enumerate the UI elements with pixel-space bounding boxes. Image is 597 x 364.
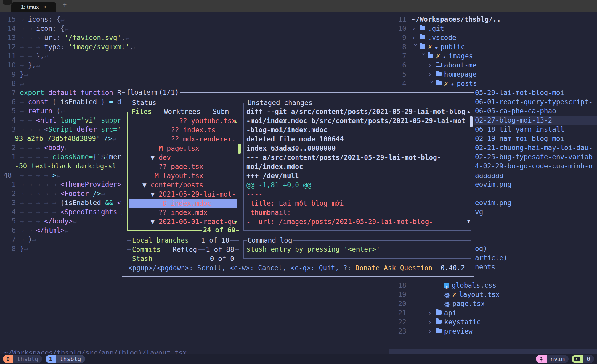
file-entry-page.tsx[interactable]: M page.tsx: [130, 144, 236, 153]
floaterm-window: floaterm(1/1) Status Files - Worktrees -…: [122, 92, 474, 277]
tree-row-.git[interactable]: 10›.git: [393, 24, 444, 33]
tree-row-images[interactable]: 7 ›✗★images: [393, 51, 473, 61]
new-tab-button[interactable]: +: [63, 1, 67, 9]
tree-item-fragment[interactable]: 02-21-chuong-hai-may-loi-dau-: [475, 143, 593, 152]
tab-close-icon[interactable]: ✕: [43, 4, 46, 10]
code-line[interactable]: 1→ → → → → <ThemeProvider>{c: [4, 180, 129, 189]
tree-row-layout.tsx[interactable]: 19 ✗layout.tsx: [393, 290, 500, 299]
code-line[interactable]: 1→ → → → className={`${mer: [4, 152, 121, 162]
code-line[interactable]: 7→ )↵: [4, 235, 36, 244]
chev-closed-icon: ›: [412, 24, 420, 33]
code-line[interactable]: 48→ → → → >↵: [4, 171, 60, 180]
file-entry-2021-06-01-react-que[interactable]: ▼ 2021-06-01-react-que: [130, 217, 236, 226]
window-0-name: thsblg: [13, 355, 42, 363]
diff-line: -blog-moi/index.mdoc: [246, 125, 468, 135]
file-entry-index.mdoc[interactable]: D index.mdoc: [129, 199, 237, 208]
tree-row-globals.css[interactable]: 18 globals.css: [393, 281, 496, 290]
code-line[interactable]: 8}↵: [4, 244, 28, 253]
tree-item-fragment[interactable]: aaaaaaa: [475, 171, 503, 180]
star-icon: ★: [443, 53, 446, 59]
tree-item-fragment[interactable]: 02-19-nam-moi-blog-moi: [475, 134, 564, 143]
tree-item-fragment[interactable]: article): [475, 253, 508, 262]
folder-icon: [436, 310, 442, 315]
file-entry-youtube.tsx[interactable]: ?? youtube.tsx: [130, 116, 236, 125]
tree-row-homepage[interactable]: 5 ›homepage: [393, 70, 476, 79]
tree-item-fragment[interactable]: eovim.png: [475, 180, 511, 189]
tree-row-posts[interactable]: 4 ›✗★posts: [393, 79, 477, 88]
star-icon: ★: [451, 81, 454, 87]
tree-row-page.tsx[interactable]: 20 page.tsx: [393, 299, 485, 308]
code-line[interactable]: 15→ icons: {↵: [4, 15, 65, 24]
code-line[interactable]: 6→ const { isEnabled } = d: [4, 97, 121, 107]
unstaged-changes-panel[interactable]: Unstaged changes diff --git a/src/conten…: [243, 103, 471, 231]
code-line[interactable]: 12→ → → type: 'image/svg+xml',↵: [4, 42, 137, 51]
code-line[interactable]: 3→ → → <Script defer src=': [4, 125, 121, 134]
tab-bar-notch: [3, 0, 12, 5]
code-line[interactable]: 10→ },↵: [4, 61, 40, 70]
tree-item-fragment[interactable]: nents: [475, 262, 495, 272]
code-line[interactable]: -50 text-black dark:bg-sl: [4, 162, 116, 171]
tmux-right-status: nvim 0: [536, 355, 594, 363]
files-scrollbar[interactable]: [238, 144, 241, 154]
code-line[interactable]: 4→ → → → → <SpeedInsights />: [4, 207, 129, 217]
tree-row-preview[interactable]: 23 ›preview: [393, 327, 473, 336]
tmux-window-1[interactable]: 1 thsblg: [46, 355, 85, 363]
tree-row-keystatic[interactable]: 22 ›keystatic: [393, 318, 481, 327]
tree-item-fragment[interactable]: vg: [475, 207, 483, 217]
branches-panel[interactable]: Local branches - 1 of 18: [127, 240, 239, 241]
tree-item-fragment[interactable]: 06-01-react-query-typescript-: [475, 97, 593, 107]
tree-item-fragment[interactable]: 06-18-til-yarn-install: [475, 125, 564, 134]
code-line[interactable]: 9}↵: [4, 70, 28, 79]
code-line[interactable]: 5→ → → </body>↵: [4, 217, 77, 226]
tab-tmux[interactable]: 1: tmux✕: [11, 2, 56, 12]
tmux-window-0[interactable]: 0 thsblg: [3, 355, 42, 363]
file-entry-layout.tsx[interactable]: M layout.tsx: [130, 171, 236, 181]
files-panel[interactable]: Files - Worktrees - Subm ?? youtube.tsx …: [127, 112, 239, 231]
code-line[interactable]: 14→ → icon: {↵: [4, 24, 68, 33]
stash-panel[interactable]: Stash 0 of 0: [127, 259, 239, 259]
code-line[interactable]: 3→ → → → → {isEnabled && <Pr: [4, 198, 129, 207]
code-line[interactable]: 5→ return (↵: [4, 107, 65, 116]
file-entry-mdx-renderer.ts[interactable]: ?? mdx-renderer.ts: [130, 135, 236, 144]
scroll-up-icon[interactable]: ▲: [234, 117, 237, 126]
code-line[interactable]: 4→ → <html lang='vi' suppr: [4, 116, 121, 125]
scroll-down-icon[interactable]: ▼: [467, 217, 470, 226]
file-entry-index.ts[interactable]: ?? index.ts: [130, 125, 236, 135]
command-log-panel: Command log stash entry by pressing '<en…: [243, 240, 471, 259]
tree-row-public[interactable]: 8›✗★public: [393, 42, 465, 51]
window-1-index: 1: [46, 355, 56, 363]
tree-row-about-me[interactable]: 6 ›about-me: [393, 61, 476, 70]
file-entry-dev[interactable]: ▼ dev: [130, 153, 236, 162]
code-line[interactable]: 2→ → → <body↵: [4, 143, 68, 152]
code-line[interactable]: 8↵: [4, 79, 24, 88]
file-entry-index.mdx[interactable]: ?? index.mdx: [130, 208, 236, 217]
code-line[interactable]: 13→ → → url: '/favicon.svg',↵: [4, 33, 129, 42]
tree-row-~/Workspaces/thsblg/..[interactable]: 11~/Workspaces/thsblg/..: [393, 15, 501, 24]
tree-item-fragment[interactable]: 05-29-lai-mot-blog-moi: [475, 88, 564, 97]
tree-row-api[interactable]: 21 ›api: [393, 308, 456, 318]
code-line[interactable]: 11→ → },↵: [4, 51, 48, 61]
code-line[interactable]: 7export default function R: [4, 88, 121, 97]
tree-item-fragment[interactable]: 02-27-blog-moi-13-2: [475, 116, 552, 125]
folder-icon: [436, 320, 442, 324]
status-panel[interactable]: Status: [127, 103, 239, 103]
code-line[interactable]: 2→ → → → → <Footer />↵: [4, 189, 105, 198]
stash-count: 0 of 0: [209, 254, 235, 263]
commits-panel[interactable]: Commits - Reflog 1 of 88: [127, 249, 239, 250]
diff-scrollbar[interactable]: [470, 116, 473, 127]
tree-item-fragment[interactable]: og): [475, 244, 487, 253]
scroll-up-icon[interactable]: ▲: [467, 107, 470, 116]
files-panel-title: Files - Worktrees - Subm: [131, 107, 230, 116]
tree-item-fragment[interactable]: 06-05-ca-phe-ca-phao: [475, 107, 556, 116]
code-line[interactable]: 93-a2fb-73d5f48d3899' />↵: [4, 134, 116, 143]
file-entry-content/posts[interactable]: ▼ content/posts: [130, 181, 236, 190]
tree-item-fragment[interactable]: 02-25-bug-typesafe-env-variab: [475, 152, 593, 162]
stash-panel-title: Stash: [131, 254, 153, 263]
file-entry-page.tsx[interactable]: ?? page.tsx: [130, 162, 236, 171]
window-0-index: 0: [3, 355, 13, 363]
tree-item-fragment[interactable]: 4-02-29-bo-go-code-cua-minh-n: [475, 162, 593, 171]
tree-row-.vscode[interactable]: 9›.vscode: [393, 33, 456, 42]
file-entry-2021-05-29-lai-mot-b[interactable]: ▼ 2021-05-29-lai-mot-b: [130, 190, 236, 199]
tree-item-fragment[interactable]: eovim.png: [475, 198, 511, 207]
code-line[interactable]: 6→ → </html>↵: [4, 226, 68, 235]
